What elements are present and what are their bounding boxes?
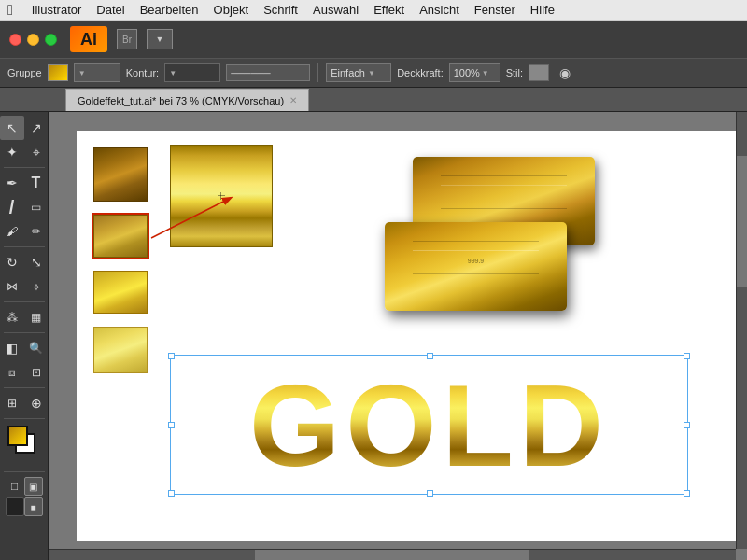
tab-bar: Goldeffekt_tut.ai* bei 73 % (CMYK/Vorsch… — [0, 88, 747, 112]
swatch-light-gold-4 — [93, 327, 148, 373]
menu-objekt[interactable]: Objekt — [214, 3, 249, 17]
screen-mode-button-2[interactable] — [6, 497, 24, 516]
magic-wand-tool[interactable]: ✦ — [0, 140, 24, 164]
handle-ml — [168, 422, 175, 428]
apple-menu[interactable]:  — [7, 2, 13, 19]
handle-bm — [427, 490, 433, 497]
zoom-tool[interactable]: ⊕ — [24, 391, 49, 415]
tool-separator-1 — [4, 167, 45, 168]
swatch-dark-gold-1 — [93, 147, 148, 202]
menu-bar:  Illustrator Datei Bearbeiten Objekt Sc… — [0, 0, 747, 21]
measure-tool[interactable]: ⊞ — [0, 391, 24, 415]
style-swatch[interactable] — [529, 64, 549, 81]
select-tool[interactable]: ↖ — [0, 116, 24, 140]
tab-label: Goldeffekt_tut.ai* bei 73 % (CMYK/Vorsch… — [78, 95, 284, 106]
selection-tools: ↖ ↗ ✦ ⌖ — [0, 116, 49, 164]
stil-label: Stil: — [506, 67, 523, 78]
fill-dropdown[interactable]: ▼ — [74, 63, 120, 82]
handle-br — [684, 490, 690, 497]
gold-bar-front: 999.9 — [385, 222, 567, 311]
eyedropper-tool[interactable]: 🔍 — [24, 336, 49, 360]
document-icon: Br — [117, 29, 137, 49]
gold-bars-group: 999.9 — [375, 157, 609, 325]
menu-illustrator[interactable]: Illustrator — [32, 3, 81, 17]
tool-separator-7 — [4, 471, 45, 472]
minimize-button[interactable] — [27, 34, 39, 46]
stroke-style-dropdown[interactable]: Einfach ▼ — [326, 63, 391, 82]
swatch-bright-gold-3 — [93, 271, 148, 314]
drawing-tools: ✒ T / ▭ 🖌 ✏ — [0, 171, 49, 244]
normal-mode-button[interactable]: □ — [6, 477, 24, 496]
handle-bl — [168, 490, 175, 497]
tool-separator-6 — [4, 418, 45, 419]
group-label: Gruppe — [7, 67, 42, 78]
handle-mr — [684, 422, 690, 428]
stroke-field[interactable]: ────── — [226, 64, 310, 81]
view-tools: ◧ 🔍 ⧈ ⊡ — [0, 336, 49, 385]
horizontal-scrollbar[interactable] — [49, 549, 736, 560]
line-tool[interactable]: / — [0, 195, 24, 219]
gradient-tool[interactable]: ◧ — [0, 336, 24, 360]
slice-tool[interactable]: ⊡ — [24, 360, 49, 385]
handle-tr — [684, 353, 690, 359]
canvas-white: 999.9 GOLD — [77, 131, 747, 541]
menu-auswahl[interactable]: Auswahl — [313, 3, 359, 17]
options-bar: Gruppe ▼ Kontur: ▼ ────── Einfach ▼ Deck… — [0, 58, 747, 88]
tool-separator-3 — [4, 301, 45, 302]
graph-tool[interactable]: ▦ — [24, 305, 49, 329]
blend-tool[interactable]: ⧈ — [0, 360, 24, 385]
stroke-swatch[interactable]: ▼ — [164, 63, 220, 82]
pen-tool[interactable]: ✒ — [0, 171, 24, 195]
direct-select-tool[interactable]: ↗ — [24, 116, 49, 140]
color-swatches — [4, 426, 45, 465]
paintbrush-tool[interactable]: 🖌 — [0, 219, 24, 244]
type-tool[interactable]: T — [24, 171, 49, 195]
gold-text: GOLD — [171, 356, 687, 494]
tool-separator-2 — [4, 246, 45, 247]
tool-separator-4 — [4, 332, 45, 333]
opacity-field[interactable]: 100% ▼ — [449, 63, 500, 82]
tool-separator-5 — [4, 387, 45, 388]
screen-mode-button[interactable]: ▣ — [24, 477, 43, 496]
maximize-button[interactable] — [45, 34, 57, 46]
document-tab[interactable]: Goldeffekt_tut.ai* bei 73 % (CMYK/Vorsch… — [65, 89, 309, 111]
swatch-selection-2 — [92, 213, 149, 259]
kontur-label: Kontur: — [126, 67, 159, 78]
gold-text-selection-box: GOLD — [170, 355, 688, 495]
gold-gradient-rectangle — [170, 145, 273, 247]
traffic-lights — [9, 34, 57, 46]
view-mode-buttons: □ ▣ — [0, 477, 49, 496]
close-button[interactable] — [9, 34, 21, 46]
title-bar: Ai Br ▼ — [0, 21, 747, 58]
main-layout: ↖ ↗ ✦ ⌖ ✒ T / ▭ 🖌 ✏ — [0, 112, 747, 560]
fill-swatch[interactable] — [48, 64, 68, 81]
globe-icon[interactable]: ◉ — [555, 63, 575, 83]
menu-bearbeiten[interactable]: Bearbeiten — [140, 3, 199, 17]
lasso-tool[interactable]: ⌖ — [24, 140, 49, 164]
vertical-scrollbar[interactable] — [736, 112, 747, 549]
extra-buttons: ■ — [0, 497, 49, 516]
menu-fenster[interactable]: Fenster — [474, 3, 515, 17]
menu-datei[interactable]: Datei — [96, 3, 124, 17]
canvas-area: 999.9 GOLD — [49, 112, 747, 560]
menu-hilfe[interactable]: Hilfe — [530, 3, 555, 17]
screen-mode-button-3[interactable]: ■ — [24, 497, 43, 516]
separator — [317, 63, 318, 82]
tab-close-button[interactable]: ✕ — [289, 95, 297, 105]
warp-tool[interactable]: ⋈ — [0, 274, 24, 299]
rotate-tool[interactable]: ↻ — [0, 250, 24, 274]
deckkraft-label: Deckkraft: — [397, 67, 444, 78]
symbol-sprayer-tool[interactable]: ⁂ — [0, 305, 24, 329]
menu-ansicht[interactable]: Ansicht — [419, 3, 459, 17]
pencil-tool[interactable]: ✏ — [24, 219, 49, 244]
menu-schrift[interactable]: Schrift — [263, 3, 298, 17]
scale-tool[interactable]: ⤡ — [24, 250, 49, 274]
misc-tools: ⊞ ⊕ — [0, 391, 49, 415]
reshape-tool[interactable]: ⟡ — [24, 274, 49, 299]
transform-tools: ↻ ⤡ ⋈ ⟡ — [0, 250, 49, 299]
rectangle-tool[interactable]: ▭ — [24, 195, 49, 219]
foreground-color-swatch[interactable] — [7, 426, 28, 446]
arrange-button[interactable]: ▼ — [147, 29, 173, 49]
effect-tools: ⁂ ▦ — [0, 305, 49, 329]
menu-effekt[interactable]: Effekt — [374, 3, 404, 17]
